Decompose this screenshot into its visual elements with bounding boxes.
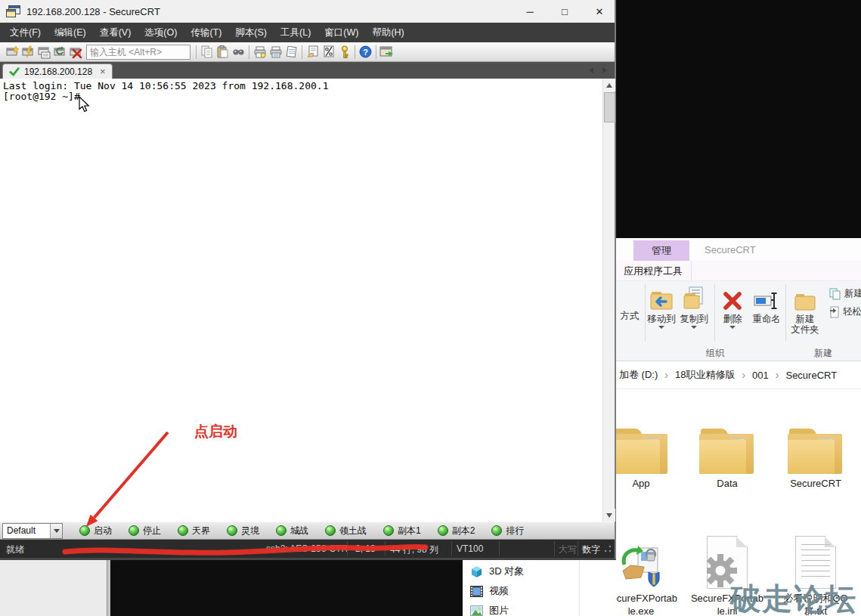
ribbon-tab-manage[interactable]: 管理 — [633, 240, 689, 261]
print-button[interactable] — [283, 44, 299, 60]
folder-item-data[interactable]: Data — [686, 409, 769, 490]
breadcrumb-item-securecrt[interactable]: SecureCRT — [785, 370, 837, 381]
rename-button[interactable]: 重命名 — [748, 284, 785, 324]
mapped-button-paihang[interactable]: 排行 — [491, 525, 524, 537]
menu-view[interactable]: 查看(V) — [93, 23, 138, 42]
mapped-button-lingtuzhan[interactable]: 领土战 — [325, 525, 367, 537]
menu-transfer[interactable]: 传输(T) — [184, 23, 228, 42]
new-item-icon — [829, 288, 841, 300]
script-button[interactable] — [321, 44, 336, 60]
new-folder-button[interactable]: 新建文件夹 — [787, 284, 823, 335]
folder-icon — [788, 429, 844, 474]
folder-label: App — [616, 477, 683, 490]
new-session-button[interactable] — [4, 44, 20, 60]
print-preview-button[interactable] — [268, 44, 283, 60]
find-button[interactable] — [231, 44, 246, 60]
paste-button[interactable] — [215, 44, 231, 60]
new-item-label: 新建项 — [844, 287, 861, 300]
tab-close-icon[interactable]: × — [100, 66, 106, 77]
terminal-screen[interactable]: Last login: Tue Nov 14 10:56:55 2023 fro… — [0, 79, 602, 522]
green-orb-icon — [383, 525, 394, 536]
folder-item-app[interactable]: App — [616, 409, 683, 490]
close-button[interactable]: ✕ — [582, 0, 617, 23]
ribbon-tab-row: 管理 SecureCRT — [616, 238, 861, 261]
tab-scroll-left-icon[interactable] — [589, 67, 593, 73]
nav-item-3d-objects[interactable]: 3D 对象 — [470, 563, 524, 580]
breadcrumb[interactable]: 加卷 (D:) › 18职业精修版 › 001 › SecureCRT — [616, 361, 861, 389]
print-setup-button[interactable] — [252, 44, 268, 60]
toolbar-separator — [249, 45, 249, 59]
scrollbar-thumb[interactable] — [604, 92, 615, 122]
delete-label: 删除 — [716, 314, 749, 324]
easy-access-icon — [829, 306, 840, 318]
menu-options[interactable]: 选项(O) — [138, 23, 184, 42]
green-orb-icon — [79, 525, 90, 536]
menu-file[interactable]: 文件(F) — [3, 23, 48, 42]
new-item-button[interactable]: 新建项 — [829, 287, 861, 300]
session-options-button[interactable] — [305, 44, 321, 60]
reconnect-button[interactable] — [51, 44, 67, 60]
session-manager-button[interactable] — [379, 44, 395, 60]
status-bar: 就绪 ssh2: AES-256-CTR 2, 13 44 行, 98 列 VT… — [0, 540, 615, 558]
button-bar-profile-select[interactable]: Default — [2, 523, 63, 539]
quick-connect-button[interactable] — [20, 44, 36, 60]
status-emulation: VT100 — [457, 543, 483, 554]
breadcrumb-item-folder[interactable]: 18职业精修版 — [675, 368, 735, 382]
help-button[interactable]: ? — [358, 44, 373, 60]
rename-label: 重命名 — [748, 314, 785, 324]
combo-dropdown-button[interactable] — [50, 524, 62, 538]
connect-button[interactable] — [36, 44, 51, 60]
mapped-button-stop[interactable]: 停止 — [129, 525, 161, 537]
nav-item-pictures[interactable]: 图片 — [470, 602, 509, 616]
terminal-scrollbar[interactable] — [602, 79, 615, 522]
easy-access-button[interactable]: 轻松访 — [829, 305, 861, 318]
nav-pane-divider — [579, 560, 580, 616]
menu-script[interactable]: 脚本(S) — [228, 23, 274, 42]
file-item-exe[interactable]: SecureFXPortable.exe — [616, 524, 683, 616]
menu-edit[interactable]: 编辑(E) — [48, 23, 93, 42]
folder-item-securecrt[interactable]: SecureCRT — [774, 409, 857, 490]
new-group-label: 新建 — [787, 347, 859, 360]
tab-scroll-right-icon[interactable] — [602, 67, 607, 73]
chevron-down-icon — [691, 326, 697, 329]
mapped-button-tianjie[interactable]: 天界 — [178, 525, 210, 537]
securefx-exe-icon — [620, 545, 662, 589]
maximize-button[interactable]: □ — [547, 0, 582, 23]
breadcrumb-chevron-icon: › — [742, 369, 745, 381]
copy-to-button[interactable]: 复制到 — [677, 284, 711, 329]
mapped-button-chengzhan[interactable]: 城战 — [276, 525, 308, 537]
move-to-button[interactable]: 移动到 — [645, 284, 678, 329]
desktop-black-area-bottom — [110, 560, 463, 616]
minimize-button[interactable]: ─ — [513, 0, 547, 23]
securecrt-window: 192.168.200.128 - SecureCRT ─ □ ✕ 文件(F) … — [0, 0, 616, 560]
nav-item-videos[interactable]: 视频 — [470, 583, 509, 599]
3d-objects-icon — [470, 565, 483, 578]
mapped-button-fuben1[interactable]: 副本1 — [383, 525, 421, 537]
key-button[interactable] — [336, 44, 352, 60]
session-tab[interactable]: 192.168.200.128 × — [2, 63, 113, 79]
host-input[interactable] — [86, 45, 190, 60]
scroll-down-button[interactable] — [603, 509, 615, 522]
terminal-line-prompt: [root@192 ~]# — [3, 91, 80, 102]
connected-check-icon — [9, 67, 20, 76]
tab-label: 192.168.200.128 — [24, 67, 92, 77]
ribbon-group-labels: 组织 新建 — [616, 345, 861, 361]
toolbar-separator — [376, 45, 376, 59]
explorer-window-title: SecureCRT — [705, 244, 756, 255]
mapped-button-fuben2[interactable]: 副本2 — [438, 525, 475, 537]
mapped-button-lingjing[interactable]: 灵境 — [227, 525, 259, 537]
resize-grip[interactable] — [603, 544, 612, 553]
mapped-button-start[interactable]: 启动 — [79, 525, 112, 537]
scroll-up-button[interactable] — [603, 79, 615, 91]
delete-button[interactable]: 删除 — [716, 284, 749, 329]
chevron-down-icon — [729, 326, 736, 329]
breadcrumb-item-001[interactable]: 001 — [752, 370, 769, 381]
disconnect-button[interactable] — [67, 44, 83, 60]
nav-item-label: 3D 对象 — [489, 565, 524, 578]
copy-button[interactable] — [199, 44, 215, 60]
menu-window[interactable]: 窗口(W) — [317, 23, 365, 42]
securecrt-app-icon — [6, 5, 20, 17]
menu-help[interactable]: 帮助(H) — [365, 23, 410, 42]
breadcrumb-item-drive[interactable]: 加卷 (D:) — [619, 368, 658, 382]
menu-tools[interactable]: 工具(L) — [274, 23, 317, 42]
